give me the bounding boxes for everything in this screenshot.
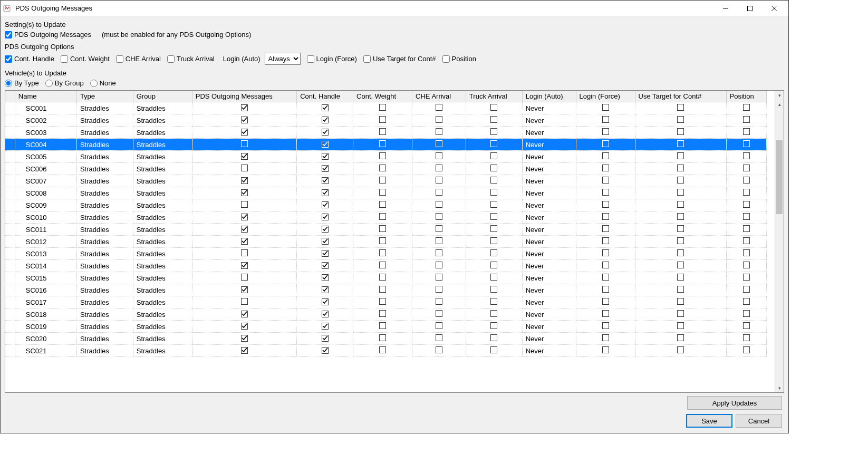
cell-checkbox[interactable]: [436, 310, 442, 317]
cell-checkbox[interactable]: [436, 165, 442, 171]
table-row[interactable]: SC021StraddlesStraddlesNever: [5, 345, 767, 357]
cell-checkbox[interactable]: [379, 322, 386, 329]
cell-checkbox[interactable]: [677, 140, 684, 147]
cell-checkbox[interactable]: [241, 117, 248, 123]
cell-checkbox[interactable]: [490, 140, 497, 147]
cell-checkbox[interactable]: [436, 104, 442, 111]
cell-checkbox[interactable]: [602, 346, 609, 353]
table-row[interactable]: SC016StraddlesStraddlesNever: [5, 284, 767, 296]
cell-checkbox[interactable]: [490, 286, 497, 293]
cell-checkbox[interactable]: [743, 298, 750, 305]
cell-checkbox[interactable]: [677, 274, 684, 281]
cell-checkbox[interactable]: [490, 262, 497, 268]
cell-checkbox[interactable]: [490, 128, 497, 135]
cell-checkbox[interactable]: [436, 286, 442, 293]
cell-checkbox[interactable]: [602, 152, 609, 159]
col-header[interactable]: Group: [133, 91, 192, 102]
cell-checkbox[interactable]: [743, 237, 750, 244]
cell-checkbox[interactable]: [602, 286, 609, 293]
cell-checkbox[interactable]: [602, 310, 609, 317]
cell-checkbox[interactable]: [490, 104, 497, 111]
cell-checkbox[interactable]: [241, 226, 248, 233]
cell-checkbox[interactable]: [379, 165, 386, 171]
table-row[interactable]: SC002StraddlesStraddlesNever: [5, 114, 767, 127]
cell-checkbox[interactable]: [241, 286, 248, 293]
cell-checkbox[interactable]: [436, 116, 442, 123]
cell-checkbox[interactable]: [379, 177, 386, 184]
table-row[interactable]: SC010StraddlesStraddlesNever: [5, 211, 767, 224]
cell-checkbox[interactable]: [602, 334, 609, 341]
cell-checkbox[interactable]: [743, 189, 750, 196]
cell-checkbox[interactable]: [241, 214, 248, 220]
cell-checkbox[interactable]: [322, 177, 329, 184]
cell-checkbox[interactable]: [241, 311, 248, 317]
cell-checkbox[interactable]: [241, 104, 248, 111]
cell-checkbox[interactable]: [379, 201, 386, 208]
cell-checkbox[interactable]: [322, 214, 329, 220]
cell-checkbox[interactable]: [677, 213, 684, 220]
scroll-track[interactable]: [775, 109, 784, 383]
col-header[interactable]: Type: [76, 91, 133, 102]
cell-checkbox[interactable]: [677, 165, 684, 171]
col-header[interactable]: Cont. Weight: [353, 91, 412, 102]
cell-checkbox[interactable]: [602, 249, 609, 256]
table-row[interactable]: SC004StraddlesStraddlesNever: [5, 139, 767, 151]
cell-checkbox[interactable]: [677, 286, 684, 293]
cell-checkbox[interactable]: [322, 323, 329, 330]
cell-checkbox[interactable]: [436, 128, 442, 135]
cell-checkbox[interactable]: [322, 298, 329, 305]
cell-checkbox[interactable]: [436, 213, 442, 220]
cont-weight-checkbox[interactable]: Cont. Weight: [61, 55, 110, 63]
save-button[interactable]: Save: [686, 414, 732, 428]
cell-checkbox[interactable]: [322, 165, 329, 172]
cell-checkbox[interactable]: [677, 237, 684, 244]
cell-checkbox[interactable]: [379, 140, 386, 147]
table-row[interactable]: SC015StraddlesStraddlesNever: [5, 272, 767, 284]
cell-checkbox[interactable]: [436, 334, 442, 341]
cell-checkbox[interactable]: [602, 213, 609, 220]
by-group-radio[interactable]: By Group: [45, 79, 84, 87]
table-row[interactable]: SC003StraddlesStraddlesNever: [5, 127, 767, 139]
cell-checkbox[interactable]: [743, 140, 750, 147]
login-force-checkbox[interactable]: Login (Force): [307, 55, 357, 63]
cell-checkbox[interactable]: [602, 116, 609, 123]
col-header[interactable]: Position: [726, 91, 766, 102]
cell-checkbox[interactable]: [241, 189, 248, 196]
cell-checkbox[interactable]: [602, 189, 609, 196]
cell-checkbox[interactable]: [677, 104, 684, 111]
col-header[interactable]: CHE Arrival: [412, 91, 466, 102]
cell-checkbox[interactable]: [241, 129, 248, 136]
cell-checkbox[interactable]: [602, 237, 609, 244]
none-radio[interactable]: None: [90, 79, 116, 87]
cell-checkbox[interactable]: [490, 213, 497, 220]
cell-checkbox[interactable]: [436, 177, 442, 184]
cell-checkbox[interactable]: [379, 104, 386, 111]
cell-checkbox[interactable]: [436, 322, 442, 329]
cell-checkbox[interactable]: [602, 140, 609, 147]
cell-checkbox[interactable]: [743, 249, 750, 256]
cell-checkbox[interactable]: [379, 286, 386, 293]
cell-checkbox[interactable]: [602, 165, 609, 171]
pds-outgoing-checkbox[interactable]: PDS Outgoing Messages: [5, 31, 91, 38]
table-row[interactable]: SC012StraddlesStraddlesNever: [5, 236, 767, 248]
cell-checkbox[interactable]: [490, 274, 497, 281]
cell-checkbox[interactable]: [241, 249, 248, 256]
cell-checkbox[interactable]: [436, 201, 442, 208]
cell-checkbox[interactable]: [490, 310, 497, 317]
cell-checkbox[interactable]: [677, 346, 684, 353]
cell-checkbox[interactable]: [490, 249, 497, 256]
cell-checkbox[interactable]: [241, 335, 248, 342]
cell-checkbox[interactable]: [743, 165, 750, 171]
table-row[interactable]: SC007StraddlesStraddlesNever: [5, 175, 767, 187]
cell-checkbox[interactable]: [490, 298, 497, 305]
cell-checkbox[interactable]: [379, 274, 386, 281]
col-header[interactable]: Login (Force): [576, 91, 635, 102]
minimize-button[interactable]: [713, 1, 738, 16]
cell-checkbox[interactable]: [322, 262, 329, 269]
scroll-thumb[interactable]: [776, 140, 783, 214]
cell-checkbox[interactable]: [743, 201, 750, 208]
cell-checkbox[interactable]: [241, 274, 248, 281]
cell-checkbox[interactable]: [241, 201, 248, 208]
cell-checkbox[interactable]: [322, 153, 329, 160]
table-row[interactable]: SC011StraddlesStraddlesNever: [5, 224, 767, 236]
